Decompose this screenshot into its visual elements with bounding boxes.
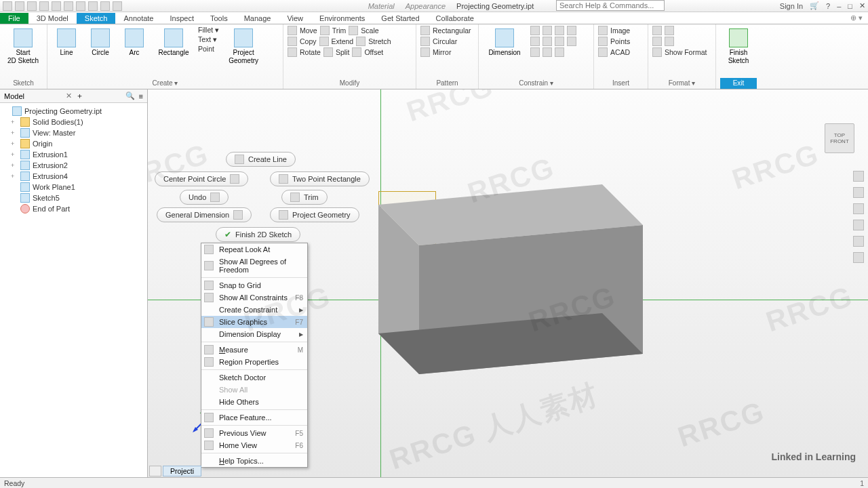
qat-icon[interactable] — [52, 1, 61, 11]
ctx-item[interactable]: Snap to Grid — [201, 279, 307, 291]
tree-node[interactable]: +Origin — [3, 138, 144, 149]
search-icon[interactable]: 🔍 — [125, 92, 135, 100]
tab-manage[interactable]: Manage — [236, 13, 279, 24]
ctx-item[interactable]: Hide Others — [201, 396, 307, 408]
ctx-item[interactable]: Show All Degrees of Freedom — [201, 256, 307, 276]
dimension-button[interactable]: Dimension — [483, 26, 526, 57]
tab-add-icon[interactable]: ⊕ ▾ — [845, 12, 868, 24]
tree-node[interactable]: +View: Master — [3, 127, 144, 138]
tab-getstarted[interactable]: Get Started — [373, 13, 427, 24]
browser-close-icon[interactable]: ✕ — [66, 92, 72, 100]
start-2d-sketch-button[interactable]: Start 2D Sketch — [4, 26, 42, 65]
panel-label[interactable]: Format ▾ — [652, 78, 711, 89]
nav-icon[interactable] — [853, 203, 864, 214]
signin-link[interactable]: Sign In — [780, 2, 803, 10]
window-close-icon[interactable]: ✕ — [859, 1, 865, 10]
fillet-button[interactable]: Fillet ▾ — [198, 26, 219, 34]
exit-button[interactable]: Exit — [720, 78, 757, 89]
help-icon[interactable]: ? — [826, 2, 830, 10]
solid-body[interactable] — [378, 184, 643, 374]
insert-points-button[interactable]: Points — [610, 37, 630, 45]
tab-tools[interactable]: Tools — [202, 13, 236, 24]
point-button[interactable]: Point — [198, 45, 219, 53]
rectangular-pattern-button[interactable]: Rectangular — [433, 26, 471, 35]
viewcube-top[interactable]: TOP — [834, 132, 845, 138]
mk-two-point-rectangle-button[interactable]: Two Point Rectangle — [270, 171, 370, 186]
appearance-dropdown[interactable]: Appearance — [406, 2, 446, 10]
ctx-item[interactable]: Repeat Look At — [201, 243, 307, 256]
tree-node[interactable]: +Extrusion4 — [3, 171, 144, 182]
move-button[interactable]: Move — [300, 26, 317, 35]
browser-add-icon[interactable]: ＋ — [76, 91, 83, 101]
nav-icon[interactable] — [853, 220, 864, 230]
ctx-item[interactable]: MeasureM — [201, 344, 307, 356]
copy-button[interactable]: Copy — [300, 37, 317, 45]
circle-button[interactable]: Circle — [85, 26, 115, 57]
insert-image-button[interactable]: Image — [610, 26, 630, 35]
ctx-item[interactable]: Show All ConstraintsF8 — [201, 291, 307, 304]
mk-project-geometry-button[interactable]: Project Geometry — [270, 207, 359, 222]
browser-tree[interactable]: Projecting Geometry.ipt +Solid Bodies(1)… — [0, 103, 147, 217]
panel-label[interactable]: Constrain ▾ — [483, 78, 589, 89]
mk-finish-sketch-button[interactable]: Finish 2D Sketch — [216, 227, 300, 242]
viewcube[interactable]: TOP FRONT — [825, 123, 854, 153]
nav-icon[interactable] — [853, 252, 864, 263]
ctx-item[interactable]: Sketch Doctor — [201, 371, 307, 384]
split-button[interactable]: Split — [336, 48, 349, 56]
scale-button[interactable]: Scale — [361, 26, 378, 35]
qat-icon[interactable] — [64, 1, 73, 11]
panel-label[interactable]: Create ▾ — [52, 78, 279, 89]
tab-sketch[interactable]: Sketch — [77, 13, 116, 24]
tab-collaborate[interactable]: Collaborate — [428, 13, 482, 24]
qat-icon[interactable] — [100, 1, 110, 11]
project-geometry-button[interactable]: Project Geometry — [223, 26, 264, 65]
mk-center-point-circle-button[interactable]: Center Point Circle — [155, 171, 248, 186]
tab-file[interactable]: File — [0, 13, 28, 24]
tree-node[interactable]: +Extrusion2 — [3, 160, 144, 171]
ctx-item[interactable]: Place Feature... — [201, 411, 307, 424]
nav-icon[interactable] — [853, 171, 864, 182]
finish-sketch-button[interactable]: Finish Sketch — [720, 26, 757, 65]
window-min-icon[interactable]: – — [837, 2, 841, 10]
ctx-item[interactable]: Slice GraphicsF7 — [201, 316, 307, 328]
ctx-item[interactable]: Dimension Display — [201, 328, 307, 340]
ctx-item[interactable]: Home ViewF6 — [201, 439, 307, 451]
qat-icon[interactable] — [39, 1, 49, 11]
tab-view[interactable]: View — [279, 13, 311, 24]
qat-icon[interactable] — [3, 1, 12, 11]
quick-access-toolbar[interactable] — [3, 1, 122, 11]
tab-inspect[interactable]: Inspect — [162, 13, 202, 24]
tree-node[interactable]: +Extrusion1 — [3, 149, 144, 160]
home-tab-icon[interactable] — [149, 466, 161, 476]
qat-icon[interactable] — [88, 1, 98, 11]
tab-3dmodel[interactable]: 3D Model — [28, 13, 77, 24]
document-tab[interactable]: Projecti — [163, 466, 201, 476]
ctx-item[interactable]: Help Topics... — [201, 455, 307, 467]
arc-button[interactable]: Arc — [119, 26, 149, 57]
nav-icon[interactable] — [853, 187, 864, 198]
show-format-button[interactable]: Show Format — [665, 48, 707, 56]
mirror-button[interactable]: Mirror — [433, 48, 451, 56]
cart-icon[interactable]: 🛒 — [810, 1, 819, 10]
tree-node[interactable]: Sketch5 — [3, 192, 144, 203]
qat-icon[interactable] — [15, 1, 24, 11]
qat-icon[interactable] — [27, 1, 37, 11]
mk-general-dimension-button[interactable]: General Dimension — [157, 207, 252, 222]
line-button[interactable]: Line — [52, 26, 81, 57]
ctx-item[interactable]: Previous ViewF5 — [201, 427, 307, 439]
ctx-item[interactable]: Create Constraint — [201, 304, 307, 316]
help-search-input[interactable] — [556, 0, 665, 11]
ctx-item[interactable]: Region Properties — [201, 356, 307, 368]
insert-acad-button[interactable]: ACAD — [610, 48, 630, 56]
stretch-button[interactable]: Stretch — [368, 37, 391, 45]
tree-node[interactable]: +Solid Bodies(1) — [3, 117, 144, 127]
nav-icon[interactable] — [853, 236, 864, 247]
rotate-button[interactable]: Rotate — [300, 48, 321, 56]
mk-trim-button[interactable]: Trim — [281, 190, 328, 205]
qat-icon[interactable] — [113, 1, 122, 11]
circular-pattern-button[interactable]: Circular — [433, 37, 457, 45]
window-max-icon[interactable]: □ — [848, 2, 852, 10]
viewport[interactable]: TOP FRONT Create Line Center Point Circl… — [148, 89, 868, 477]
material-dropdown[interactable]: Material — [368, 2, 395, 10]
tab-annotate[interactable]: Annotate — [115, 13, 161, 24]
